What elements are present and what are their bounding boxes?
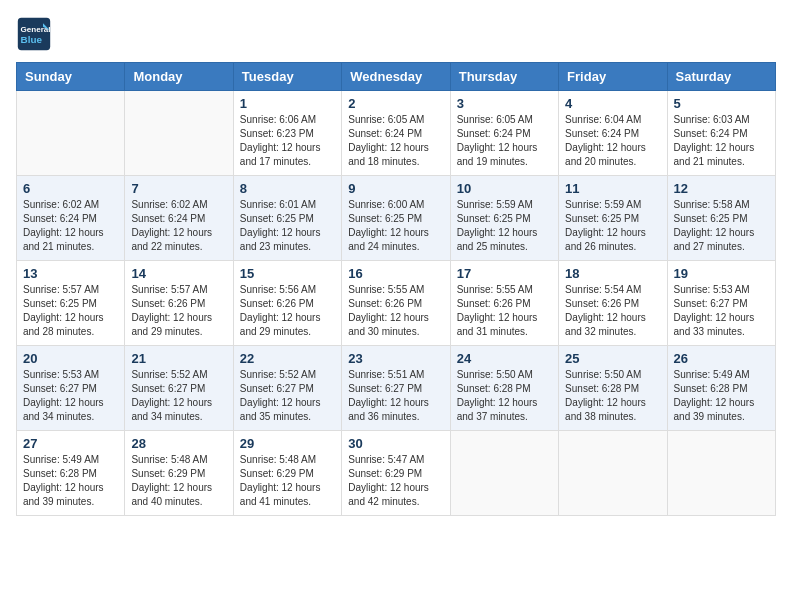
calendar-cell: 8Sunrise: 6:01 AM Sunset: 6:25 PM Daylig… xyxy=(233,176,341,261)
calendar-cell: 18Sunrise: 5:54 AM Sunset: 6:26 PM Dayli… xyxy=(559,261,667,346)
weekday-header-wednesday: Wednesday xyxy=(342,63,450,91)
calendar-cell: 17Sunrise: 5:55 AM Sunset: 6:26 PM Dayli… xyxy=(450,261,558,346)
calendar-cell: 26Sunrise: 5:49 AM Sunset: 6:28 PM Dayli… xyxy=(667,346,775,431)
day-number: 1 xyxy=(240,96,335,111)
page-header: General Blue xyxy=(16,16,776,52)
day-info: Sunrise: 5:52 AM Sunset: 6:27 PM Dayligh… xyxy=(131,368,226,424)
day-info: Sunrise: 5:48 AM Sunset: 6:29 PM Dayligh… xyxy=(240,453,335,509)
day-info: Sunrise: 5:57 AM Sunset: 6:26 PM Dayligh… xyxy=(131,283,226,339)
day-number: 17 xyxy=(457,266,552,281)
day-number: 24 xyxy=(457,351,552,366)
calendar-cell: 22Sunrise: 5:52 AM Sunset: 6:27 PM Dayli… xyxy=(233,346,341,431)
day-info: Sunrise: 5:55 AM Sunset: 6:26 PM Dayligh… xyxy=(348,283,443,339)
calendar-week-row: 13Sunrise: 5:57 AM Sunset: 6:25 PM Dayli… xyxy=(17,261,776,346)
day-number: 4 xyxy=(565,96,660,111)
weekday-header-row: SundayMondayTuesdayWednesdayThursdayFrid… xyxy=(17,63,776,91)
calendar-cell: 29Sunrise: 5:48 AM Sunset: 6:29 PM Dayli… xyxy=(233,431,341,516)
logo-icon: General Blue xyxy=(16,16,52,52)
calendar-cell: 15Sunrise: 5:56 AM Sunset: 6:26 PM Dayli… xyxy=(233,261,341,346)
day-info: Sunrise: 6:02 AM Sunset: 6:24 PM Dayligh… xyxy=(131,198,226,254)
calendar-week-row: 27Sunrise: 5:49 AM Sunset: 6:28 PM Dayli… xyxy=(17,431,776,516)
calendar-cell: 10Sunrise: 5:59 AM Sunset: 6:25 PM Dayli… xyxy=(450,176,558,261)
day-info: Sunrise: 5:53 AM Sunset: 6:27 PM Dayligh… xyxy=(674,283,769,339)
day-number: 20 xyxy=(23,351,118,366)
day-number: 30 xyxy=(348,436,443,451)
calendar-cell: 4Sunrise: 6:04 AM Sunset: 6:24 PM Daylig… xyxy=(559,91,667,176)
calendar-cell: 11Sunrise: 5:59 AM Sunset: 6:25 PM Dayli… xyxy=(559,176,667,261)
day-number: 8 xyxy=(240,181,335,196)
day-number: 7 xyxy=(131,181,226,196)
weekday-header-sunday: Sunday xyxy=(17,63,125,91)
day-info: Sunrise: 5:49 AM Sunset: 6:28 PM Dayligh… xyxy=(23,453,118,509)
day-number: 11 xyxy=(565,181,660,196)
calendar-cell xyxy=(125,91,233,176)
day-info: Sunrise: 5:56 AM Sunset: 6:26 PM Dayligh… xyxy=(240,283,335,339)
calendar-cell: 13Sunrise: 5:57 AM Sunset: 6:25 PM Dayli… xyxy=(17,261,125,346)
calendar-week-row: 1Sunrise: 6:06 AM Sunset: 6:23 PM Daylig… xyxy=(17,91,776,176)
calendar-cell: 9Sunrise: 6:00 AM Sunset: 6:25 PM Daylig… xyxy=(342,176,450,261)
day-number: 23 xyxy=(348,351,443,366)
day-info: Sunrise: 5:57 AM Sunset: 6:25 PM Dayligh… xyxy=(23,283,118,339)
calendar-cell: 2Sunrise: 6:05 AM Sunset: 6:24 PM Daylig… xyxy=(342,91,450,176)
day-number: 3 xyxy=(457,96,552,111)
day-info: Sunrise: 5:59 AM Sunset: 6:25 PM Dayligh… xyxy=(565,198,660,254)
day-info: Sunrise: 6:00 AM Sunset: 6:25 PM Dayligh… xyxy=(348,198,443,254)
calendar-cell xyxy=(667,431,775,516)
day-info: Sunrise: 5:49 AM Sunset: 6:28 PM Dayligh… xyxy=(674,368,769,424)
day-number: 14 xyxy=(131,266,226,281)
calendar-cell: 3Sunrise: 6:05 AM Sunset: 6:24 PM Daylig… xyxy=(450,91,558,176)
day-number: 9 xyxy=(348,181,443,196)
day-info: Sunrise: 5:50 AM Sunset: 6:28 PM Dayligh… xyxy=(457,368,552,424)
day-info: Sunrise: 5:50 AM Sunset: 6:28 PM Dayligh… xyxy=(565,368,660,424)
day-number: 10 xyxy=(457,181,552,196)
day-info: Sunrise: 5:58 AM Sunset: 6:25 PM Dayligh… xyxy=(674,198,769,254)
calendar-cell: 25Sunrise: 5:50 AM Sunset: 6:28 PM Dayli… xyxy=(559,346,667,431)
day-number: 18 xyxy=(565,266,660,281)
day-number: 13 xyxy=(23,266,118,281)
weekday-header-saturday: Saturday xyxy=(667,63,775,91)
day-info: Sunrise: 6:01 AM Sunset: 6:25 PM Dayligh… xyxy=(240,198,335,254)
calendar-cell xyxy=(17,91,125,176)
svg-text:Blue: Blue xyxy=(21,34,43,45)
day-number: 16 xyxy=(348,266,443,281)
logo: General Blue xyxy=(16,16,56,52)
day-info: Sunrise: 6:02 AM Sunset: 6:24 PM Dayligh… xyxy=(23,198,118,254)
day-info: Sunrise: 5:51 AM Sunset: 6:27 PM Dayligh… xyxy=(348,368,443,424)
day-info: Sunrise: 5:54 AM Sunset: 6:26 PM Dayligh… xyxy=(565,283,660,339)
calendar-cell: 12Sunrise: 5:58 AM Sunset: 6:25 PM Dayli… xyxy=(667,176,775,261)
day-number: 15 xyxy=(240,266,335,281)
calendar-table: SundayMondayTuesdayWednesdayThursdayFrid… xyxy=(16,62,776,516)
day-number: 22 xyxy=(240,351,335,366)
calendar-cell: 28Sunrise: 5:48 AM Sunset: 6:29 PM Dayli… xyxy=(125,431,233,516)
day-info: Sunrise: 6:06 AM Sunset: 6:23 PM Dayligh… xyxy=(240,113,335,169)
calendar-cell: 7Sunrise: 6:02 AM Sunset: 6:24 PM Daylig… xyxy=(125,176,233,261)
day-info: Sunrise: 6:05 AM Sunset: 6:24 PM Dayligh… xyxy=(348,113,443,169)
calendar-cell: 30Sunrise: 5:47 AM Sunset: 6:29 PM Dayli… xyxy=(342,431,450,516)
weekday-header-tuesday: Tuesday xyxy=(233,63,341,91)
day-info: Sunrise: 5:55 AM Sunset: 6:26 PM Dayligh… xyxy=(457,283,552,339)
calendar-cell xyxy=(450,431,558,516)
day-info: Sunrise: 5:53 AM Sunset: 6:27 PM Dayligh… xyxy=(23,368,118,424)
calendar-cell: 21Sunrise: 5:52 AM Sunset: 6:27 PM Dayli… xyxy=(125,346,233,431)
calendar-cell: 19Sunrise: 5:53 AM Sunset: 6:27 PM Dayli… xyxy=(667,261,775,346)
calendar-week-row: 6Sunrise: 6:02 AM Sunset: 6:24 PM Daylig… xyxy=(17,176,776,261)
calendar-cell: 23Sunrise: 5:51 AM Sunset: 6:27 PM Dayli… xyxy=(342,346,450,431)
day-number: 26 xyxy=(674,351,769,366)
calendar-week-row: 20Sunrise: 5:53 AM Sunset: 6:27 PM Dayli… xyxy=(17,346,776,431)
calendar-cell: 6Sunrise: 6:02 AM Sunset: 6:24 PM Daylig… xyxy=(17,176,125,261)
weekday-header-monday: Monday xyxy=(125,63,233,91)
calendar-cell xyxy=(559,431,667,516)
day-info: Sunrise: 5:47 AM Sunset: 6:29 PM Dayligh… xyxy=(348,453,443,509)
calendar-cell: 20Sunrise: 5:53 AM Sunset: 6:27 PM Dayli… xyxy=(17,346,125,431)
day-number: 12 xyxy=(674,181,769,196)
day-number: 2 xyxy=(348,96,443,111)
day-info: Sunrise: 5:52 AM Sunset: 6:27 PM Dayligh… xyxy=(240,368,335,424)
day-number: 19 xyxy=(674,266,769,281)
calendar-cell: 24Sunrise: 5:50 AM Sunset: 6:28 PM Dayli… xyxy=(450,346,558,431)
calendar-cell: 1Sunrise: 6:06 AM Sunset: 6:23 PM Daylig… xyxy=(233,91,341,176)
day-info: Sunrise: 6:03 AM Sunset: 6:24 PM Dayligh… xyxy=(674,113,769,169)
day-info: Sunrise: 5:48 AM Sunset: 6:29 PM Dayligh… xyxy=(131,453,226,509)
day-number: 27 xyxy=(23,436,118,451)
calendar-cell: 27Sunrise: 5:49 AM Sunset: 6:28 PM Dayli… xyxy=(17,431,125,516)
calendar-cell: 16Sunrise: 5:55 AM Sunset: 6:26 PM Dayli… xyxy=(342,261,450,346)
